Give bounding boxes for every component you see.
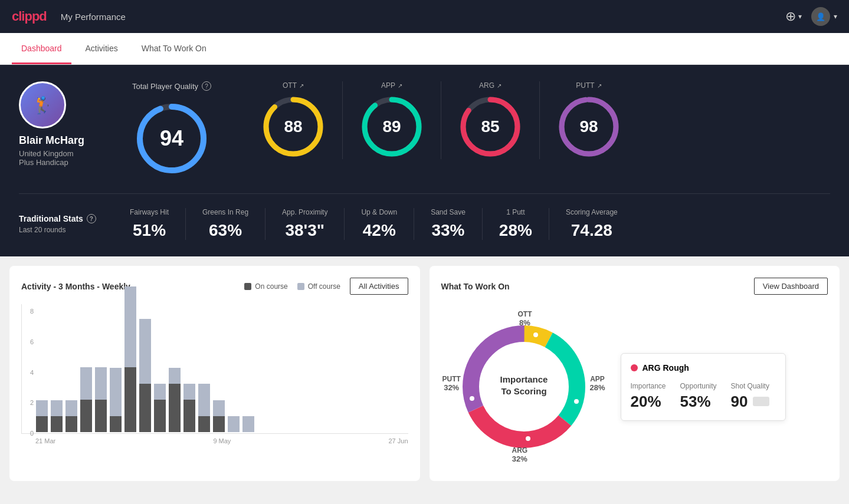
metric-app: APP ↗ 89: [343, 81, 441, 159]
player-info: 🏌️ Blair McHarg United Kingdom Plus Hand…: [19, 81, 113, 167]
donut-body: OTT8% APP28% ARG32% PUTT32%: [441, 304, 828, 469]
label-arg: ARG32%: [512, 446, 528, 463]
donut-container: OTT8% APP28% ARG32% PUTT32%: [441, 304, 607, 469]
legend-dot-on-course: [244, 283, 251, 290]
user-menu[interactable]: 👤 ▾: [811, 7, 837, 26]
stat-fairways: Fairways Hit 51%: [113, 208, 186, 240]
nav-right: ⊕ ▾ 👤 ▾: [785, 7, 837, 26]
bar-group: [213, 400, 225, 432]
bar-chart: 8 6 4 2 0: [21, 304, 408, 434]
chart-area: 8 6 4 2 0: [21, 304, 408, 444]
bottom-section: Activity - 3 Months - Weekly On course O…: [0, 256, 849, 490]
detail-card: ARG Rough Importance 20% Opportunity 53%…: [621, 353, 786, 421]
tpq-label: Total Player Quality ?: [132, 81, 211, 91]
tab-activities[interactable]: Activities: [76, 33, 127, 64]
chevron-down-icon: ▾: [834, 12, 837, 21]
svg-point-18: [573, 398, 579, 404]
metric-ott-label: OTT ↗: [283, 81, 304, 90]
detail-metrics: Importance 20% Opportunity 53% Shot Qual…: [631, 382, 776, 411]
detail-metric-opportunity: Opportunity 53%: [680, 382, 717, 411]
arg-value: 85: [481, 117, 499, 136]
label-ott: OTT8%: [518, 310, 532, 327]
arrow-icon: ↗: [497, 83, 501, 89]
detail-card-title: ARG Rough: [631, 363, 776, 373]
donut-title: What To Work On: [441, 282, 754, 291]
stats-label-group: Traditional Stats ? Last 20 rounds: [19, 214, 113, 234]
arrow-icon: ↗: [299, 83, 304, 89]
ott-gauge: 88: [261, 94, 326, 159]
bar-group: [80, 367, 92, 432]
svg-point-20: [469, 396, 475, 401]
detail-dot: [631, 364, 638, 371]
metric-arg: ARG ↗ 85: [441, 81, 540, 159]
bar-group: [36, 400, 48, 432]
tab-what-to-work-on[interactable]: What To Work On: [132, 33, 216, 64]
arrow-icon: ↗: [597, 83, 602, 89]
donut-svg: Importance To Scoring: [441, 304, 607, 469]
what-to-work-on-card: What To Work On View Dashboard OTT8% APP…: [430, 266, 840, 481]
app-value: 89: [382, 117, 401, 136]
stats-row: Traditional Stats ? Last 20 rounds Fairw…: [19, 194, 830, 240]
stats-label: Traditional Stats ?: [19, 214, 113, 223]
stats-list: Fairways Hit 51% Greens In Reg 63% App. …: [113, 208, 830, 240]
x-axis: 21 Mar 9 May 27 Jun: [21, 434, 408, 444]
player-country: United Kingdom: [19, 149, 113, 158]
donut-header: What To Work On View Dashboard: [441, 278, 828, 295]
total-player-quality: Total Player Quality ? 94: [132, 81, 225, 177]
add-button[interactable]: ⊕ ▾: [785, 9, 802, 24]
putt-value: 98: [579, 117, 598, 136]
bar-group: [124, 286, 136, 432]
tpq-gauge: 94: [133, 100, 210, 177]
bar-group: [198, 384, 210, 432]
tab-dashboard[interactable]: Dashboard: [12, 33, 71, 64]
tab-bar: Dashboard Activities What To Work On: [0, 33, 849, 65]
chart-header: Activity - 3 Months - Weekly On course O…: [21, 278, 408, 295]
metric-putt: PUTT ↗ 98: [540, 81, 638, 159]
avatar: 🏌️: [19, 81, 66, 129]
metric-ott: OTT ↗ 88: [244, 81, 343, 159]
metrics-row: OTT ↗ 88 APP ↗: [244, 81, 830, 159]
bar-group: [139, 319, 151, 432]
stat-greens: Greens In Reg 63%: [186, 208, 265, 240]
bar-group: [169, 368, 181, 432]
svg-text:To Scoring: To Scoring: [501, 386, 546, 396]
plus-icon: ⊕: [785, 9, 796, 24]
bar-group: [110, 368, 122, 432]
legend-dot-off-course: [297, 283, 304, 290]
arrow-icon: ↗: [398, 83, 402, 89]
metric-putt-label: PUTT ↗: [576, 81, 601, 90]
ott-value: 88: [284, 117, 302, 136]
chart-legend: On course Off course: [244, 282, 340, 291]
tpq-value: 94: [160, 126, 183, 151]
stats-sublabel: Last 20 rounds: [19, 226, 113, 234]
help-icon[interactable]: ?: [202, 81, 211, 91]
label-app: APP28%: [589, 375, 605, 392]
view-dashboard-button[interactable]: View Dashboard: [754, 278, 828, 295]
detail-metric-importance: Importance 20%: [631, 382, 666, 411]
shot-quality-bar: [753, 397, 769, 406]
stat-proximity: App. Proximity 38'3": [265, 208, 345, 240]
y-axis: 8 6 4 2 0: [22, 304, 34, 433]
legend-on-course: On course: [244, 282, 287, 291]
performance-section: 🏌️ Blair McHarg United Kingdom Plus Hand…: [0, 65, 849, 256]
bar-group: [65, 400, 77, 432]
metric-app-label: APP ↗: [381, 81, 402, 90]
app-gauge: 89: [359, 94, 424, 159]
metric-arg-label: ARG ↗: [479, 81, 501, 90]
all-activities-button[interactable]: All Activities: [350, 278, 408, 295]
help-icon[interactable]: ?: [87, 214, 96, 223]
player-handicap: Plus Handicap: [19, 158, 113, 167]
player-name: Blair McHarg: [19, 134, 113, 147]
bar-group: [242, 416, 254, 432]
stat-updown: Up & Down 42%: [345, 208, 414, 240]
stat-sandsave: Sand Save 33%: [414, 208, 483, 240]
detail-metric-shot-quality: Shot Quality 90: [731, 382, 769, 411]
arg-gauge: 85: [458, 94, 523, 159]
svg-point-17: [533, 332, 539, 338]
bar-group: [228, 416, 240, 432]
bar-group: [51, 400, 63, 432]
donut-chart-wrap: OTT8% APP28% ARG32% PUTT32%: [441, 304, 607, 469]
svg-point-19: [525, 436, 531, 442]
bar-group: [154, 384, 166, 432]
logo: clippd: [12, 9, 47, 24]
